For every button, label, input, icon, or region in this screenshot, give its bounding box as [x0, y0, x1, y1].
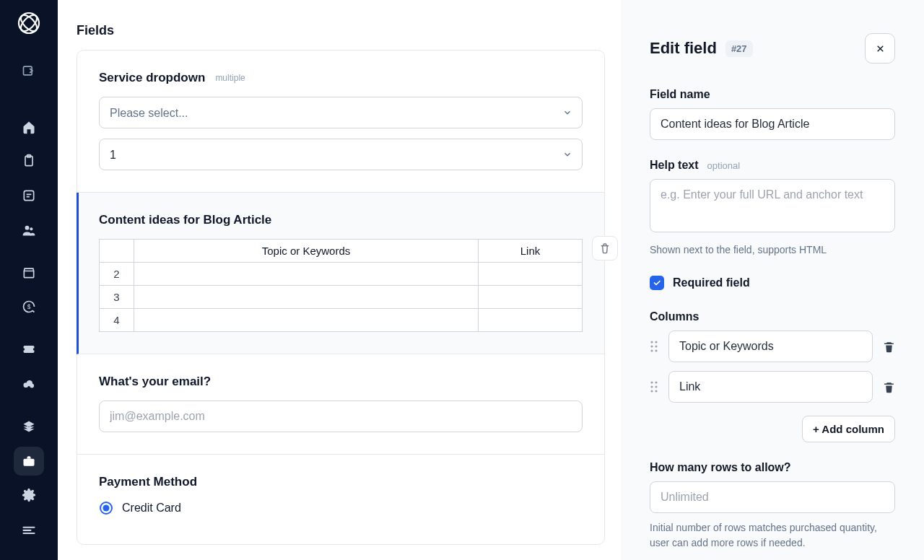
quantity-select[interactable]: 1 — [99, 139, 583, 170]
svg-point-15 — [103, 505, 110, 512]
svg-point-19 — [655, 346, 657, 348]
nav-refresh-cash[interactable]: $ — [14, 292, 44, 321]
close-icon — [876, 44, 885, 53]
nav-briefcase[interactable] — [14, 447, 44, 476]
service-select[interactable]: Please select... — [99, 97, 583, 128]
required-field-label: Required field — [673, 276, 750, 289]
table-row[interactable]: 3 — [100, 286, 583, 309]
fields-card: Service dropdown multiple Please select.… — [77, 50, 605, 545]
svg-rect-13 — [24, 458, 35, 465]
column-name-input[interactable] — [668, 371, 873, 403]
field-section-email[interactable]: What's your email? — [77, 354, 604, 455]
svg-rect-6 — [24, 191, 33, 200]
table-row[interactable]: 4 — [100, 309, 583, 332]
sidebar: $ — [0, 0, 58, 560]
radio-label: Credit Card — [122, 502, 181, 515]
svg-point-18 — [650, 346, 653, 348]
svg-point-8 — [30, 227, 32, 230]
help-text-hint: Shown next to the field, supports HTML — [650, 242, 895, 257]
field-section-content-ideas[interactable]: Content ideas for Blog Article Topic or … — [77, 193, 604, 354]
close-panel-button[interactable] — [865, 33, 895, 64]
svg-point-26 — [650, 390, 653, 393]
nav-clipboard[interactable] — [14, 146, 44, 175]
field-id-chip: #27 — [725, 40, 753, 57]
email-input[interactable] — [99, 401, 583, 432]
svg-point-7 — [25, 225, 30, 229]
field-section-payment[interactable]: Payment Method Credit Card — [77, 455, 604, 544]
delete-field-button[interactable] — [592, 236, 618, 261]
column-row — [650, 331, 895, 362]
svg-point-27 — [655, 390, 657, 393]
field-label: Payment Method — [99, 475, 197, 489]
svg-text:$: $ — [27, 304, 31, 311]
nav-ticket[interactable] — [14, 336, 44, 364]
svg-point-22 — [650, 382, 653, 384]
field-label: Service dropdown — [99, 71, 205, 85]
collapse-sidebar-button[interactable] — [14, 56, 44, 85]
column-row — [650, 371, 895, 403]
nav-logs[interactable] — [14, 515, 44, 544]
field-label: What's your email? — [99, 375, 211, 389]
table-header-row: Topic or Keywords Link — [100, 240, 583, 263]
rows-hint: Initial number of rows matches purchased… — [650, 520, 895, 550]
field-name-input[interactable] — [650, 108, 895, 140]
svg-rect-3 — [24, 66, 32, 75]
multiple-tag: multiple — [215, 73, 245, 83]
nav-layers[interactable] — [14, 412, 44, 441]
content-table[interactable]: Topic or Keywords Link 2 3 4 — [99, 239, 583, 332]
columns-label: Columns — [650, 310, 895, 323]
rows-label: How many rows to allow? — [650, 461, 895, 474]
radio-checked-icon — [99, 501, 113, 515]
drag-handle-icon[interactable] — [650, 380, 658, 393]
table-row[interactable]: 2 — [100, 263, 583, 286]
nav-cloud[interactable] — [14, 369, 44, 398]
nav-people[interactable] — [14, 216, 44, 245]
edit-field-panel: Edit field #27 Field name Help text opti… — [621, 0, 924, 560]
column-header: Topic or Keywords — [134, 240, 479, 263]
delete-column-button[interactable] — [883, 341, 895, 353]
field-label: Content ideas for Blog Article — [99, 213, 271, 227]
checkbox-checked-icon — [650, 276, 664, 290]
add-column-button[interactable]: + Add column — [802, 416, 895, 442]
column-header: Link — [479, 240, 583, 263]
svg-point-23 — [655, 382, 657, 384]
column-name-input[interactable] — [668, 331, 873, 362]
main-content: Fields Service dropdown multiple Please … — [58, 0, 621, 560]
brand-logo — [16, 10, 42, 36]
nav-note[interactable] — [14, 181, 44, 210]
help-text-input[interactable] — [650, 179, 895, 232]
help-text-label: Help text — [650, 159, 699, 172]
delete-column-button[interactable] — [883, 381, 895, 393]
svg-point-12 — [30, 384, 34, 388]
svg-point-21 — [655, 350, 657, 352]
payment-option-credit-card[interactable]: Credit Card — [99, 501, 583, 515]
nav-store[interactable] — [14, 258, 44, 287]
optional-tag: optional — [707, 160, 741, 171]
page-title: Fields — [77, 23, 605, 38]
svg-point-25 — [655, 386, 657, 388]
field-name-label: Field name — [650, 88, 895, 101]
svg-point-17 — [655, 341, 657, 344]
svg-point-24 — [650, 386, 653, 388]
drag-handle-icon[interactable] — [650, 340, 658, 353]
panel-title: Edit field — [650, 39, 717, 58]
field-section-service[interactable]: Service dropdown multiple Please select.… — [77, 51, 604, 193]
svg-point-20 — [650, 350, 653, 352]
nav-settings[interactable] — [14, 481, 44, 510]
required-field-checkbox[interactable]: Required field — [650, 276, 895, 290]
rows-allowed-input[interactable] — [650, 481, 895, 513]
svg-point-16 — [650, 341, 653, 344]
nav-home[interactable] — [14, 113, 44, 141]
